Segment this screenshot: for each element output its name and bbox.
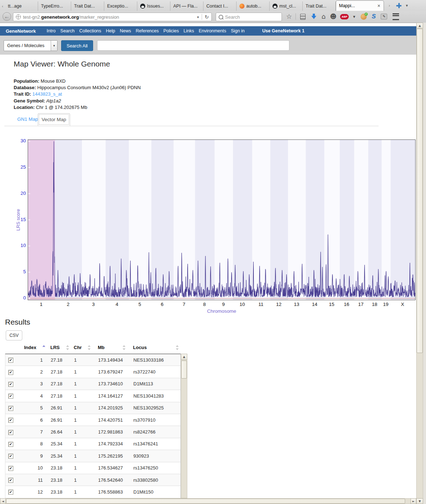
cell-lrs: 25.34 bbox=[51, 441, 70, 446]
page-scroll-right-icon[interactable]: ► bbox=[411, 498, 416, 504]
x-tick-label: 1 bbox=[34, 302, 48, 307]
tab-title: Trait Dat... bbox=[306, 1, 333, 11]
nav-link-sign-in[interactable]: Sign in bbox=[231, 28, 244, 33]
browser-toolbar: ← test-gn2.genenetwork.org/marker_regres… bbox=[0, 11, 426, 23]
tab-scroll-right-icon[interactable]: › bbox=[387, 1, 392, 10]
sort-icon-lrs[interactable] bbox=[66, 345, 69, 350]
sort-icon-index[interactable] bbox=[42, 345, 45, 350]
col-mb[interactable]: Mb bbox=[98, 345, 105, 350]
adblock-caret-icon[interactable]: ▼ bbox=[352, 15, 356, 19]
new-tab-button[interactable] bbox=[396, 3, 402, 8]
downloads-icon[interactable] bbox=[311, 14, 316, 19]
scrapbook-icon[interactable]: ✎ bbox=[381, 14, 387, 19]
adblock-icon[interactable]: ABP bbox=[340, 14, 349, 19]
select-caret-icon[interactable]: ▾ bbox=[51, 41, 57, 51]
tab-title: API — Fla... bbox=[173, 1, 200, 11]
row-checkbox[interactable]: ✔ bbox=[8, 466, 13, 471]
nav-link-collections[interactable]: Collections bbox=[79, 28, 101, 33]
x-tick-label: 10 bbox=[235, 302, 249, 307]
browser-tab[interactable]: Trait Dat... bbox=[71, 1, 104, 11]
nav-link-help[interactable]: Help bbox=[106, 28, 115, 33]
reload-icon[interactable]: ↻ bbox=[202, 14, 211, 20]
row-checkbox[interactable]: ✔ bbox=[8, 358, 13, 363]
site-search-input[interactable] bbox=[97, 40, 289, 51]
tab-title: Mappi... bbox=[339, 1, 375, 11]
table-scrollbar[interactable]: ▲ bbox=[181, 354, 187, 498]
row-checkbox[interactable]: ✔ bbox=[8, 430, 13, 435]
nav-link-policies[interactable]: Policies bbox=[164, 28, 179, 33]
row-checkbox[interactable]: ✔ bbox=[8, 418, 13, 423]
url-prefix: test-gn2. bbox=[23, 14, 41, 20]
use-gn1-link[interactable]: Use GeneNetwork 1 bbox=[262, 28, 304, 33]
col-lrs[interactable]: LRS bbox=[50, 345, 60, 350]
gn-brand-link[interactable]: GeneNetwork bbox=[6, 28, 36, 34]
col-locus[interactable]: Locus bbox=[133, 345, 147, 350]
row-checkbox[interactable]: ✔ bbox=[8, 478, 13, 483]
url-path: /marker_regression bbox=[79, 14, 119, 20]
browser-tab[interactable]: Trait Dat... bbox=[303, 1, 336, 11]
row-checkbox[interactable]: ✔ bbox=[8, 382, 13, 387]
table-scroll-up-icon[interactable]: ▲ bbox=[181, 354, 187, 360]
cell-mb: 173.734610 bbox=[98, 381, 130, 386]
s-addon-icon[interactable]: S bbox=[372, 13, 376, 20]
table-scroll-thumb[interactable] bbox=[181, 361, 187, 379]
browser-tab[interactable]: TypeErro... bbox=[38, 1, 71, 11]
col-index[interactable]: Index bbox=[24, 345, 36, 350]
page-scroll-thumb[interactable] bbox=[417, 29, 423, 353]
browser-tab[interactable]: mst_cl... bbox=[270, 1, 303, 11]
nav-link-news[interactable]: News bbox=[120, 28, 131, 33]
page-scroll-left-icon[interactable]: ◄ bbox=[0, 498, 6, 504]
reading-list-icon[interactable] bbox=[300, 14, 306, 20]
bookmark-star-icon[interactable]: ☆ bbox=[286, 13, 292, 20]
row-checkbox[interactable]: ✔ bbox=[8, 454, 13, 459]
row-checkbox[interactable]: ✔ bbox=[8, 490, 13, 495]
browser-tab[interactable]: autob... bbox=[237, 1, 270, 11]
menu-icon[interactable] bbox=[393, 13, 399, 20]
nav-link-intro[interactable]: Intro bbox=[47, 28, 56, 33]
chat-icon[interactable]: ☻ bbox=[330, 13, 337, 20]
csv-button[interactable]: CSV bbox=[6, 330, 22, 340]
browser-tab-active[interactable]: Mappi...× bbox=[336, 0, 384, 11]
x-tick-label: 6 bbox=[155, 302, 169, 307]
page-scroll-thumb-h[interactable] bbox=[6, 499, 405, 504]
page-scroll-down-icon[interactable]: ▼ bbox=[416, 498, 423, 504]
tab-vector-map[interactable]: Vector Map bbox=[38, 113, 70, 126]
page-scroll-up-icon[interactable]: ▲ bbox=[416, 23, 423, 28]
browser-tab[interactable]: API — Fla... bbox=[170, 1, 203, 11]
home-icon[interactable]: ⌂ bbox=[321, 13, 325, 20]
y-tick-label: 5 bbox=[16, 269, 26, 274]
url-bar[interactable]: test-gn2.genenetwork.org/marker_regressi… bbox=[13, 13, 212, 21]
nav-link-references[interactable]: References bbox=[136, 28, 159, 33]
url-dropdown-icon[interactable]: ▾ bbox=[194, 15, 202, 19]
col-chr[interactable]: Chr bbox=[74, 345, 82, 350]
trait-id-link[interactable]: 1443823_s_at bbox=[31, 91, 62, 97]
page-horizontal-scrollbar[interactable]: ◄ ► bbox=[0, 498, 416, 504]
x-tick-label: 16 bbox=[339, 302, 354, 307]
browser-tab[interactable]: Issues... bbox=[137, 1, 170, 11]
row-checkbox[interactable]: ✔ bbox=[8, 442, 13, 447]
browser-tab[interactable]: Contact I... bbox=[203, 1, 237, 11]
nav-link-links[interactable]: Links bbox=[184, 28, 194, 33]
sort-icon-chr[interactable] bbox=[88, 345, 91, 350]
row-checkbox[interactable]: ✔ bbox=[8, 394, 13, 399]
search-category-select[interactable]: Genes / Molecules ▾ bbox=[4, 40, 58, 51]
cell-lrs: 25.34 bbox=[51, 453, 70, 459]
cookie-addon-icon[interactable] bbox=[361, 14, 367, 20]
nav-link-environments[interactable]: Environments bbox=[199, 28, 226, 33]
tab-scroll-left-icon[interactable]: ‹ bbox=[0, 1, 5, 11]
row-checkbox[interactable]: ✔ bbox=[8, 406, 13, 411]
page-vertical-scrollbar[interactable]: ▲ ▼ bbox=[416, 23, 423, 504]
back-button[interactable]: ← bbox=[3, 12, 11, 21]
nav-link-search[interactable]: Search bbox=[60, 28, 75, 33]
cell-mb: 176.534627 bbox=[98, 465, 130, 471]
search-all-button[interactable]: Search All bbox=[61, 40, 93, 51]
trait-info: Population: Mouse BXDDatabase: Hippocamp… bbox=[14, 78, 141, 111]
row-checkbox[interactable]: ✔ bbox=[8, 370, 13, 375]
sort-icon-extra[interactable] bbox=[176, 345, 179, 350]
sort-icon-mb[interactable] bbox=[123, 345, 125, 350]
tab-close-icon[interactable]: × bbox=[377, 3, 381, 8]
browser-search-box[interactable]: Search bbox=[216, 13, 282, 21]
browser-tab[interactable]: tt...age bbox=[5, 1, 38, 11]
browser-tab[interactable]: Exceptio... bbox=[104, 1, 137, 11]
tab-list-caret-icon[interactable]: ▾ bbox=[406, 3, 408, 8]
